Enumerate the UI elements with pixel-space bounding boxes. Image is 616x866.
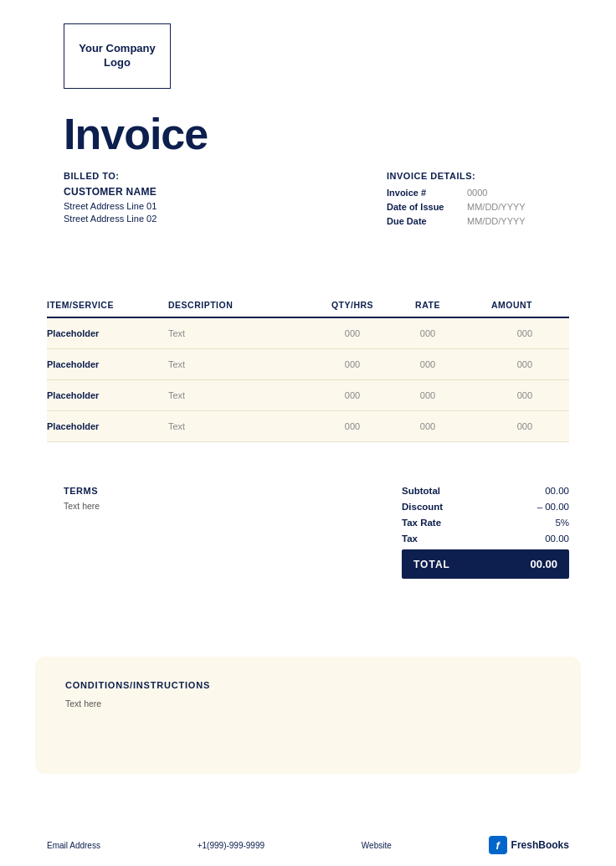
invoice-details-header: INVOICE DETAILS: <box>387 171 526 181</box>
freshbooks-logo: f FreshBooks <box>489 836 569 854</box>
tax-rate-value: 5% <box>555 518 569 528</box>
total-label: TOTAL <box>413 559 450 570</box>
tax-row: Tax 00.00 <box>402 534 569 544</box>
tax-rate-row: Tax Rate 5% <box>402 518 569 528</box>
row-item: Placeholder <box>47 359 168 369</box>
table-header: ITEM/SERVICE DESCRIPTION QTY/HRS RATE AM… <box>47 300 569 318</box>
row-item: Placeholder <box>47 390 168 400</box>
row-desc: Text <box>168 328 315 338</box>
invoice-num-label: Invoice # <box>387 188 462 198</box>
date-of-issue-row: Date of Issue MM/DD/YYYY <box>387 202 526 212</box>
row-item: Placeholder <box>47 328 168 338</box>
date-of-issue-value: MM/DD/YYYY <box>467 202 526 212</box>
col-header-rate: RATE <box>390 300 465 310</box>
col-header-item: ITEM/SERVICE <box>47 300 168 310</box>
subtotal-row: Subtotal 00.00 <box>402 486 569 496</box>
subtotal-value: 00.00 <box>545 486 569 496</box>
row-rate: 000 <box>390 390 465 400</box>
col-header-amount: AMOUNT <box>465 300 532 310</box>
tax-label: Tax <box>402 534 418 544</box>
discount-label: Discount <box>402 502 443 512</box>
col-header-qty: QTY/HRS <box>315 300 390 310</box>
invoice-num-row: Invoice # 0000 <box>387 188 526 198</box>
row-qty: 000 <box>315 390 390 400</box>
freshbooks-name: FreshBooks <box>511 839 569 851</box>
row-item: Placeholder <box>47 421 168 431</box>
row-qty: 000 <box>315 328 390 338</box>
footer-email: Email Address <box>47 841 100 850</box>
freshbooks-f: f <box>495 839 499 852</box>
billed-to-section: BILLED TO: CUSTOMER NAME Street Address … <box>64 171 157 226</box>
terms-text: Text here <box>64 501 100 511</box>
street-line-2: Street Address Line 02 <box>64 214 157 224</box>
logo-text: Your Company Logo <box>64 42 170 70</box>
footer-phone: +1(999)-999-9999 <box>198 841 264 850</box>
due-date-label: Due Date <box>387 216 462 226</box>
footer-website: Website <box>362 841 392 850</box>
table-row: Placeholder Text 000 000 000 <box>47 380 569 411</box>
terms-label: TERMS <box>64 486 100 496</box>
row-desc: Text <box>168 390 315 400</box>
due-date-value: MM/DD/YYYY <box>467 216 526 226</box>
row-amount: 000 <box>465 359 532 369</box>
terms-section: TERMS Text here <box>64 486 100 511</box>
row-desc: Text <box>168 421 315 431</box>
discount-row: Discount – 00.00 <box>402 502 569 512</box>
row-amount: 000 <box>465 328 532 338</box>
conditions-label: CONDITIONS/INSTRUCTIONS <box>65 680 551 690</box>
table-row: Placeholder Text 000 000 000 <box>47 318 569 349</box>
row-amount: 000 <box>465 421 532 431</box>
invoice-title: Invoice <box>64 109 208 159</box>
due-date-row: Due Date MM/DD/YYYY <box>387 216 526 226</box>
row-amount: 000 <box>465 390 532 400</box>
row-qty: 000 <box>315 359 390 369</box>
col-header-desc: DESCRIPTION <box>168 300 315 310</box>
footer: Email Address +1(999)-999-9999 Website f… <box>47 836 569 854</box>
customer-name: CUSTOMER NAME <box>64 186 157 198</box>
row-rate: 000 <box>390 328 465 338</box>
subtotal-label: Subtotal <box>402 486 440 496</box>
total-value: 00.00 <box>530 558 557 570</box>
discount-value: – 00.00 <box>537 502 569 512</box>
conditions-text: Text here <box>65 698 551 709</box>
totals-section: Subtotal 00.00 Discount – 00.00 Tax Rate… <box>402 486 569 579</box>
row-desc: Text <box>168 359 315 369</box>
table-body: Placeholder Text 000 000 000 Placeholder… <box>47 318 569 442</box>
date-of-issue-label: Date of Issue <box>387 202 462 212</box>
table-row: Placeholder Text 000 000 000 <box>47 411 569 442</box>
row-qty: 000 <box>315 421 390 431</box>
company-logo: Your Company Logo <box>64 23 171 89</box>
billed-to-label: BILLED TO: <box>64 171 157 181</box>
street-line-1: Street Address Line 01 <box>64 201 157 211</box>
table-row: Placeholder Text 000 000 000 <box>47 349 569 380</box>
conditions-box: CONDITIONS/INSTRUCTIONS Text here <box>35 657 581 774</box>
freshbooks-icon: f <box>489 836 507 854</box>
total-bar: TOTAL 00.00 <box>402 549 569 579</box>
invoice-details-section: INVOICE DETAILS: Invoice # 0000 Date of … <box>387 171 526 230</box>
tax-value: 00.00 <box>545 534 569 544</box>
invoice-num-value: 0000 <box>467 188 487 198</box>
row-rate: 000 <box>390 421 465 431</box>
row-rate: 000 <box>390 359 465 369</box>
items-table: ITEM/SERVICE DESCRIPTION QTY/HRS RATE AM… <box>47 300 569 442</box>
tax-rate-label: Tax Rate <box>402 518 441 528</box>
